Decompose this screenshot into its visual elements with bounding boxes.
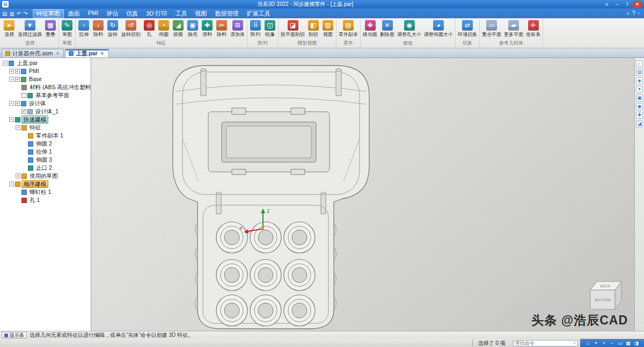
search-icon[interactable]: ⌕ [572,340,577,346]
right-toolbar-icon[interactable]: ▣ [636,95,643,102]
tree-checkbox[interactable] [15,101,20,106]
ribbon-button[interactable]: ✎ 草图 [60,19,74,39]
ribbon-button[interactable]: ✕ 删除面 [379,19,396,39]
menu-right-icon[interactable]: ? [632,10,635,17]
ribbon-button[interactable]: ◢ 拔模 [171,19,185,39]
tree-item[interactable]: − 上盖.par [0,59,91,67]
menu-tab[interactable]: 数据管理 [211,9,242,18]
right-toolbar-icon[interactable]: ◪ [636,120,643,127]
menu-right-icon[interactable]: ▫ [638,10,640,17]
tree-item[interactable]: − 快速建模 [0,115,91,124]
view-command-icon[interactable]: ⌖ [592,340,599,346]
tree-expander-icon[interactable]: − [9,117,14,122]
ribbon-button[interactable]: ↺ 旋转切割 [120,19,142,39]
model-viewport[interactable]: Z X BACK BOTTOM 头条 @浩辰CAD [91,58,634,331]
menu-tab[interactable]: PMI [84,9,103,18]
tree-item[interactable]: − 特征 [0,124,91,132]
ribbon-button[interactable]: ▤ 零件副本 [338,19,359,39]
ribbon-button[interactable]: ✂ 除料 [215,19,229,39]
tree-checkbox[interactable] [15,69,20,74]
tab-close-icon[interactable]: × [100,50,105,56]
tree-item[interactable]: 止口 2 [0,164,91,172]
tree-expander-icon[interactable]: + [16,174,20,178]
view-cube[interactable]: BACK BOTTOM [590,281,621,309]
view-command-icon[interactable]: ◨ [633,341,640,346]
tree-checkbox[interactable] [21,109,26,114]
tree-item[interactable]: 倒圆 2 [0,140,91,148]
view-command-icon[interactable]: ▭ [617,341,624,346]
tree-item[interactable]: 设计体_1 [0,107,91,115]
ribbon-button[interactable]: ✥ 移动面 [362,19,378,39]
quick-access-icon[interactable]: ▥ [9,11,14,17]
tree-item[interactable]: 倒圆 3 [0,156,91,164]
ribbon-button[interactable]: ◉ 调整孔大小 [396,19,422,39]
quick-access-icon[interactable]: ↷ [23,11,27,17]
ribbon-button[interactable]: ◪ 按平面剖切 [280,19,306,39]
view-command-icon[interactable]: − [609,341,616,346]
right-toolbar-icon[interactable]: ✚ [636,112,643,119]
right-toolbar-icon[interactable]: ◉ [636,103,643,110]
window-control-button[interactable]: ? [623,1,632,8]
ribbon-button[interactable]: ⇄ 环境切换 [457,19,478,39]
ribbon-button[interactable]: ⠿ 阵列 [248,19,262,39]
tree-item[interactable]: + 使用的草图 [0,172,91,180]
tree-expander-icon[interactable]: − [9,182,14,186]
model-canvas[interactable]: Z X BACK BOTTOM [91,58,634,331]
model-3d-housing[interactable] [173,66,369,329]
tree-item[interactable]: − 设计体 [0,99,91,107]
tree-item[interactable]: 拉伸 1 [0,148,91,156]
window-control-button[interactable]: ✕ [633,1,642,8]
ribbon-button[interactable]: ▥ 视图 [321,19,335,39]
tree-item[interactable]: 基本参考平面 [0,91,91,99]
view-command-icon[interactable]: ⌂ [584,341,591,346]
tree-item[interactable]: 孔 1 [0,196,91,204]
menu-tab[interactable]: 特征草图 [33,9,64,18]
ribbon-button[interactable]: ▱ 重合平面 [481,19,502,39]
ribbon-button[interactable]: ✚ 添料 [200,19,214,39]
view-command-icon[interactable]: + [601,341,608,346]
menu-right-icon[interactable]: ⌕ [626,10,630,17]
ribbon-button[interactable]: ▣ 抽壳 [186,19,200,39]
right-toolbar-icon[interactable]: ⌕ [636,60,643,67]
tree-item[interactable]: 螺钉柱 1 [0,188,91,196]
document-tab[interactable]: 上盖.par × [65,49,108,57]
ribbon-button[interactable]: ↓ 除料 [91,19,105,39]
tree-item[interactable]: − 顺序建模 [0,180,91,188]
tree-expander-icon[interactable]: − [16,125,20,130]
ribbon-button[interactable]: ↻ 旋转 [106,19,120,39]
menu-tab[interactable]: 视图 [191,9,210,18]
tree-item[interactable]: − Base [0,75,91,83]
tree-checkbox[interactable] [21,93,26,98]
ribbon-button[interactable]: ◔ 倒圆 [157,19,171,39]
menu-tab[interactable]: 扩展工具 [243,9,274,18]
ribbon-button[interactable]: ➤ 选择 [2,19,16,39]
tree-item[interactable]: 零件副本 1 [0,132,91,140]
window-control-button[interactable]: ≡ [602,1,611,8]
tree-expander-icon[interactable]: + [9,69,14,74]
tree-item[interactable]: + PMI [0,67,91,75]
ribbon-button[interactable]: ◎ 孔 [142,19,156,39]
ribbon-button[interactable]: ✛ 坐标系 [525,19,541,39]
menu-tab[interactable]: 曲面 [64,9,84,18]
menu-tab[interactable]: 评估 [103,9,122,18]
menu-tab[interactable]: 3D 打印 [142,9,171,18]
right-toolbar-icon[interactable]: ▤ [636,69,643,76]
ribbon-button[interactable]: ↑ 拉伸 [77,19,91,39]
ribbon-button[interactable]: ▦ 重叠 [43,19,57,39]
window-control-button[interactable]: – [612,1,621,8]
ribbon-button[interactable]: ◫ 镜像 [263,19,277,39]
command-search-input[interactable] [514,341,572,346]
ribbon-button[interactable]: ▼ 选择过滤器 [17,19,43,39]
quick-access-icon[interactable]: ↶ [17,11,21,17]
ribbon-button[interactable]: ▰ 更多平面 [503,19,524,39]
right-toolbar-icon[interactable]: ✦ [636,86,643,93]
tab-close-icon[interactable]: × [55,50,60,56]
view-command-icon[interactable]: ▦ [625,341,632,346]
right-toolbar-icon[interactable]: ◈ [636,77,643,84]
tree-expander-icon[interactable]: − [3,61,8,66]
ribbon-button[interactable]: ◕ 调整倒圆大小 [423,19,454,39]
menu-tab[interactable]: 仿真 [122,9,142,18]
quick-access-icon[interactable]: ▤ [2,11,7,17]
tree-checkbox[interactable] [15,77,20,82]
command-search[interactable]: ⌕ [513,340,578,346]
